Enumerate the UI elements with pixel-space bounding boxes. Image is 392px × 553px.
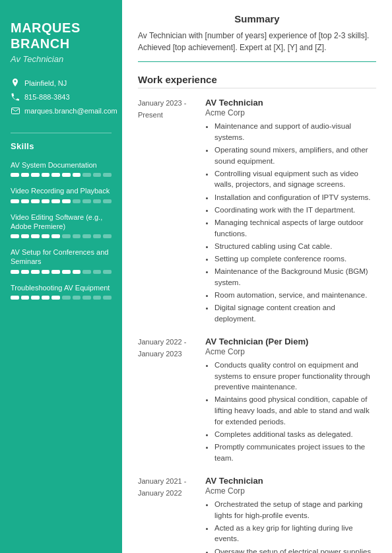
contact-email: marques.branch@email.com: [11, 106, 112, 115]
job-bullet: Conducts quality control on equipment an…: [214, 360, 376, 393]
skill-bar: [93, 173, 102, 177]
job-bullet: Installation and configuration of IPTV s…: [214, 192, 376, 203]
summary-text: Av Technician with [number of years] exp…: [138, 30, 376, 53]
skill-name: Troubleshooting AV Equipment: [11, 283, 112, 292]
skill-bar: [103, 296, 112, 300]
job-bullet: Orchestrated the setup of stage and park…: [214, 499, 376, 521]
skill-bar: [51, 270, 60, 274]
location-icon: [11, 79, 20, 88]
skills-list: AV System DocumentationVideo Recording a…: [11, 160, 112, 300]
skill-bar: [11, 199, 19, 203]
job-entry: January 2023 -PresentAV TechnicianAcme C…: [138, 98, 376, 326]
job-bullet: Controlling visual equipment such as vid…: [214, 168, 376, 190]
skill-bar: [11, 234, 19, 238]
job-bullet: Acted as a key grip for lighting during …: [214, 523, 376, 544]
resume-container: MARQUES BRANCH Av Technician Plainfield,…: [0, 0, 392, 553]
skill-bar: [62, 296, 71, 300]
skill-name: AV Setup for Conferences and Seminars: [11, 247, 112, 267]
skill-bar: [42, 296, 50, 300]
skill-bar: [42, 199, 50, 203]
job-title: AV Technician: [205, 98, 376, 108]
job-entry: January 2021 -January 2022AV TechnicianA…: [138, 476, 376, 553]
job-bullets: Conducts quality control on equipment an…: [205, 360, 376, 464]
skill-bar: [31, 296, 40, 300]
job-bullet: Operating sound mixers, amplifiers, and …: [214, 145, 376, 166]
skill-bar: [73, 296, 81, 300]
job-company: Acme Corp: [205, 108, 376, 117]
skill-bar: [51, 296, 60, 300]
skill-item: AV Setup for Conferences and Seminars: [11, 247, 112, 274]
phone-text: 815-888-3843: [24, 93, 70, 101]
contact-phone: 815-888-3843: [11, 92, 112, 102]
job-bullet: Coordinating work with the IT department…: [214, 205, 376, 216]
skill-name: AV System Documentation: [11, 160, 112, 170]
skill-bar: [21, 270, 30, 274]
skill-bar: [11, 296, 19, 300]
skill-item: AV System Documentation: [11, 160, 112, 177]
summary-heading: Summary: [138, 13, 376, 24]
skill-bar: [103, 199, 112, 203]
skill-bar: [21, 296, 30, 300]
job-bullet: Oversaw the setup of electrical power su…: [214, 546, 376, 553]
skill-bar: [82, 234, 91, 238]
skill-bar: [73, 199, 81, 203]
candidate-title: Av Technician: [11, 54, 112, 64]
skill-bar: [82, 199, 91, 203]
skill-bar: [11, 270, 19, 274]
job-bullet: Maintenance of the Background Music (BGM…: [214, 266, 376, 288]
work-heading: Work experience: [138, 74, 376, 88]
location-text: Plainfield, NJ: [24, 79, 67, 87]
skill-item: Video Recording and Playback: [11, 186, 112, 203]
job-company: Acme Corp: [205, 347, 376, 356]
skill-bar: [93, 234, 102, 238]
skill-bar: [73, 173, 81, 177]
skill-bar: [21, 173, 30, 177]
work-section: Work experience January 2023 -PresentAV …: [138, 74, 376, 553]
skill-bar: [73, 234, 81, 238]
skill-bar: [62, 173, 71, 177]
main-content: Summary Av Technician with [number of ye…: [122, 0, 392, 553]
skill-bar: [31, 234, 40, 238]
job-bullets: Maintenance and support of audio-visual …: [205, 121, 376, 324]
email-icon: [11, 106, 20, 115]
job-bullet: Managing technical aspects of large outd…: [214, 217, 376, 239]
skill-bar: [11, 173, 19, 177]
job-bullet: Maintenance and support of audio-visual …: [214, 121, 376, 143]
skill-bars: [11, 199, 112, 203]
job-details: AV Technician (Per Diem)Acme CorpConduct…: [205, 337, 376, 465]
skill-bar: [51, 234, 60, 238]
skill-item: Video Editing Software (e.g., Adobe Prem…: [11, 212, 112, 239]
skill-bars: [11, 270, 112, 274]
skill-item: Troubleshooting AV Equipment: [11, 283, 112, 300]
job-bullet: Room automation, service, and maintenanc…: [214, 290, 376, 301]
skill-bar: [103, 234, 112, 238]
job-bullet: Completes additional tasks as delegated.: [214, 429, 376, 440]
skills-section: Skills AV System DocumentationVideo Reco…: [11, 133, 112, 300]
contact-list: Plainfield, NJ 815-888-3843 marques.b: [11, 79, 112, 115]
skill-bar: [51, 173, 60, 177]
skill-bars: [11, 234, 112, 238]
job-title: AV Technician: [205, 476, 376, 486]
skill-bar: [93, 296, 102, 300]
job-bullet: Digital signage content creation and dep…: [214, 302, 376, 324]
job-title: AV Technician (Per Diem): [205, 337, 376, 346]
skill-bar: [73, 270, 81, 274]
job-details: AV TechnicianAcme CorpOrchestrated the s…: [205, 476, 376, 553]
job-bullet: Maintains good physical condition, capab…: [214, 394, 376, 427]
job-entry: January 2022 -January 2023AV Technician …: [138, 337, 376, 465]
skill-bar: [51, 199, 60, 203]
job-dates: January 2021 -January 2022: [138, 476, 199, 553]
skill-bar: [93, 270, 102, 274]
skill-bar: [31, 173, 40, 177]
skill-name: Video Recording and Playback: [11, 186, 112, 195]
skill-bars: [11, 173, 112, 177]
skill-bar: [31, 270, 40, 274]
skill-name: Video Editing Software (e.g., Adobe Prem…: [11, 212, 112, 232]
skill-bar: [21, 234, 30, 238]
sidebar: MARQUES BRANCH Av Technician Plainfield,…: [0, 0, 122, 553]
skill-bar: [42, 234, 50, 238]
skill-bar: [21, 199, 30, 203]
skill-bar: [82, 173, 91, 177]
phone-icon: [11, 92, 20, 102]
job-details: AV TechnicianAcme CorpMaintenance and su…: [205, 98, 376, 326]
